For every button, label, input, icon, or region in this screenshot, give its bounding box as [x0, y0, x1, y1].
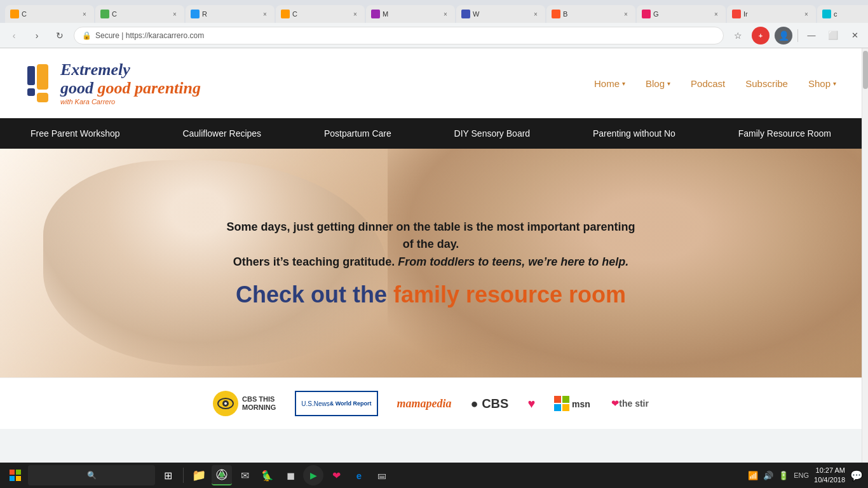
stir-heart-icon: ❤	[611, 398, 619, 409]
tab-8[interactable]: G ×	[637, 5, 726, 23]
heart-icon: ♥	[527, 396, 535, 411]
svg-rect-8	[562, 396, 569, 403]
taskbar-spotify[interactable]: ▶	[303, 465, 323, 485]
tab-4-close[interactable]: ×	[351, 10, 360, 18]
tab-6[interactable]: W ×	[456, 5, 545, 23]
logo-area[interactable]: Extremely good good parenting with Kara …	[25, 61, 201, 105]
start-icon	[9, 469, 22, 482]
taskbar-task-view[interactable]: ⊞	[158, 465, 178, 485]
logo-subtitle: with Kara Carrero	[60, 98, 115, 105]
tab-9-favicon	[732, 10, 741, 18]
taskbar: 🔍 ⊞ 📁 ✉ 🦜 ◼ ▶ ❤ e 🖴 📶 🔊 🔋 ENG 10:27 AM 1…	[0, 463, 868, 488]
taskbar-app3[interactable]: 🦜	[257, 465, 278, 485]
svg-rect-13	[16, 470, 21, 475]
back-button[interactable]: ‹	[5, 27, 23, 44]
hero-content: Some days, just getting dinner on the ta…	[208, 206, 653, 321]
tab-9-title: Ir	[743, 10, 799, 18]
tab-1-close[interactable]: ×	[80, 10, 89, 18]
taskbar-chrome[interactable]	[212, 465, 232, 485]
tab-7[interactable]: B ×	[546, 5, 635, 23]
tab-10-favicon	[822, 10, 831, 18]
scrollbar[interactable]	[862, 48, 868, 488]
msn-logo: msn	[554, 391, 592, 416]
clock[interactable]: 10:27 AM 10/4/2018	[814, 466, 845, 485]
tab-9[interactable]: Ir ×	[727, 5, 816, 23]
taskbar-search[interactable]: 🔍	[28, 465, 155, 485]
clock-date: 10/4/2018	[814, 475, 845, 485]
tab-4[interactable]: C ×	[276, 5, 365, 23]
tab-9-close[interactable]: ×	[802, 10, 811, 18]
tab-3-close[interactable]: ×	[261, 10, 269, 18]
profile-button[interactable]: 👤	[775, 27, 792, 44]
search-icon: 🔍	[87, 471, 97, 480]
close-btn-2[interactable]: ✕	[846, 27, 863, 44]
cbs-news-logo: ● CBS	[471, 391, 509, 416]
svg-text:msn: msn	[572, 399, 590, 409]
tab-2[interactable]: C ×	[95, 5, 184, 23]
tab-2-close[interactable]: ×	[170, 10, 179, 18]
logo-line1: Extremely	[60, 61, 130, 79]
hero-cta[interactable]: Check out the family resource room	[221, 281, 641, 308]
language-label: ENG	[794, 471, 809, 479]
bookmark-button[interactable]: ☆	[729, 27, 747, 44]
logo-line2: good good parenting	[60, 79, 201, 98]
taskbar-app4[interactable]: ◼	[280, 465, 301, 485]
nav-home[interactable]: Home ▾	[594, 78, 625, 89]
maximize-btn-2[interactable]: ⬜	[825, 27, 841, 44]
svg-rect-10	[562, 404, 569, 411]
tab-6-favicon	[461, 10, 470, 18]
taskbar-edge[interactable]: e	[349, 465, 369, 485]
tab-10[interactable]: c ×	[817, 5, 868, 23]
tab-7-close[interactable]: ×	[621, 10, 630, 18]
url-bar[interactable]: 🔒 Secure | https://karacarrero.com	[74, 27, 724, 44]
taskbar-mail[interactable]: ✉	[234, 465, 255, 485]
svg-rect-0	[37, 64, 48, 90]
tab-8-close[interactable]: ×	[712, 10, 721, 18]
nav-blog[interactable]: Blog ▾	[646, 78, 670, 89]
svg-rect-1	[37, 93, 48, 102]
minimize-btn-2[interactable]: —	[803, 27, 820, 44]
hero-cta-link[interactable]: family resource room	[393, 281, 626, 308]
nav-subscribe[interactable]: Subscribe	[745, 78, 788, 89]
logo-icon	[25, 61, 60, 105]
svg-rect-3	[27, 88, 35, 96]
nav-diy-sensory-board[interactable]: DIY Sensory Board	[449, 128, 536, 139]
chrome-icon	[216, 469, 227, 480]
nav-family-resource-room[interactable]: Family Resource Room	[733, 128, 836, 139]
website-content: Extremely good good parenting with Kara …	[0, 48, 862, 429]
tab-1[interactable]: C ×	[5, 5, 94, 23]
start-button[interactable]	[5, 465, 25, 485]
nav-cauliflower-recipes[interactable]: Cauliflower Recipes	[177, 128, 266, 139]
secure-lock-icon: 🔒	[82, 31, 92, 40]
tab-6-close[interactable]: ×	[531, 10, 540, 18]
refresh-button[interactable]: ↻	[51, 27, 69, 44]
nav-shop[interactable]: Shop ▾	[808, 78, 836, 89]
black-navigation-bar: Free Parent Workshop Cauliflower Recipes…	[0, 118, 862, 149]
tab-3[interactable]: R ×	[186, 5, 275, 23]
tab-5-close[interactable]: ×	[441, 10, 450, 18]
svg-rect-9	[554, 404, 561, 411]
forward-button[interactable]: ›	[28, 27, 46, 44]
battery-icon: 🔋	[778, 471, 789, 480]
tab-5-title: M	[383, 10, 438, 18]
tab-3-favicon	[191, 10, 200, 18]
scroll-thumb[interactable]	[863, 51, 868, 89]
taskbar-app8[interactable]: 🖴	[372, 465, 392, 485]
nav-postpartum-care[interactable]: Postpartum Care	[319, 128, 397, 139]
tab-4-title: C	[292, 10, 348, 18]
main-navigation: Home ▾ Blog ▾ Podcast Subscribe Shop ▾	[594, 78, 836, 89]
usnews-logo: U.S.News & World Report	[295, 391, 377, 416]
nav-parenting-without-no[interactable]: Parenting without No	[588, 128, 681, 139]
nav-free-parent-workshop[interactable]: Free Parent Workshop	[25, 128, 125, 139]
tab-5[interactable]: M ×	[366, 5, 455, 23]
notification-icon[interactable]: 💬	[850, 470, 863, 482]
extension-button[interactable]: +	[752, 27, 770, 44]
cbs-text: CBS THIS MORNING	[242, 395, 276, 412]
taskbar-file-explorer[interactable]: 📁	[189, 465, 209, 485]
svg-point-6	[224, 402, 227, 405]
taskbar-right-area: 📶 🔊 🔋 ENG 10:27 AM 10/4/2018 💬	[748, 466, 863, 485]
tab-6-title: W	[473, 10, 529, 18]
taskbar-app6[interactable]: ❤	[326, 465, 346, 485]
tab-1-title: C	[22, 10, 78, 18]
nav-podcast[interactable]: Podcast	[691, 78, 725, 89]
